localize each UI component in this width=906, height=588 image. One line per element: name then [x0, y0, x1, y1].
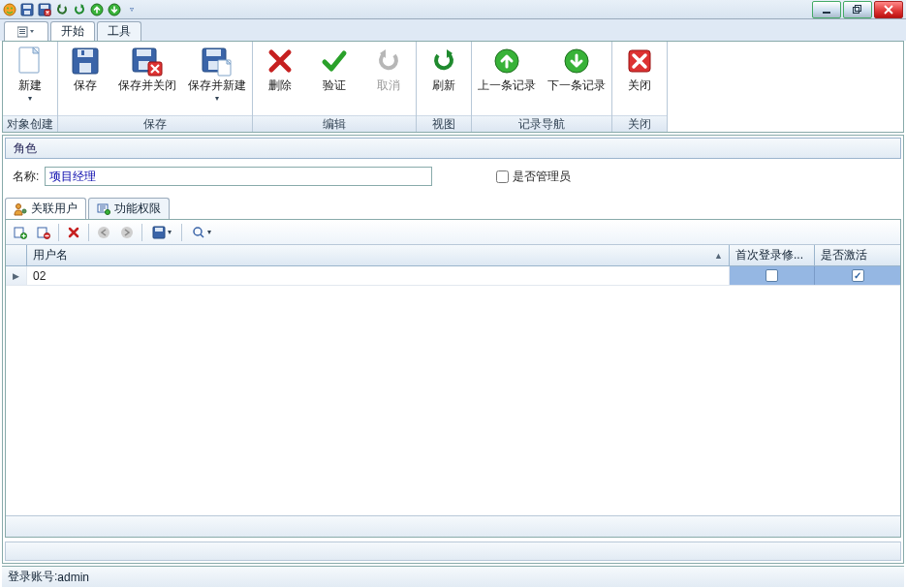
- file-menu-button[interactable]: [4, 21, 48, 41]
- arrow-up-circle-icon: [491, 46, 522, 77]
- ribbon-group-view: 刷新 视图: [417, 42, 472, 132]
- inner-tab-perms[interactable]: 功能权限: [88, 198, 170, 219]
- tab-start[interactable]: 开始: [50, 21, 95, 41]
- svg-rect-11: [823, 12, 830, 14]
- qat-redo-icon[interactable]: [72, 2, 87, 17]
- key-icon: [97, 202, 110, 216]
- svg-rect-25: [139, 61, 149, 70]
- svg-rect-29: [208, 61, 219, 70]
- qat-dropdown-icon[interactable]: ▿: [124, 2, 140, 17]
- section-header-role: 角色: [5, 138, 901, 159]
- cell-user[interactable]: 02: [27, 266, 730, 285]
- grid-toolbar: ▾ ▾: [6, 220, 900, 245]
- ribbon-group-nav: 上一条记录 下一条记录 记录导航: [472, 42, 612, 132]
- group-save-label: 保存: [58, 115, 252, 132]
- inner-tab-perms-label: 功能权限: [114, 201, 161, 217]
- status-account-value: admin: [57, 571, 89, 584]
- qat-save-close-icon[interactable]: [37, 2, 52, 17]
- cell-active[interactable]: [815, 266, 900, 285]
- grid: 用户名▲ 首次登录修... 是否激活 ▶ 02: [6, 245, 900, 537]
- new-icon: [15, 46, 46, 77]
- content-area: 角色 名称: 是否管理员 关联用户 功能权限: [2, 135, 904, 564]
- undo-icon: [373, 46, 404, 77]
- minimize-button[interactable]: [812, 1, 841, 18]
- qat-save-icon[interactable]: [19, 2, 35, 17]
- validate-button-label: 验证: [323, 78, 346, 92]
- check-icon: [319, 46, 350, 77]
- grid-search-button[interactable]: ▾: [186, 223, 217, 242]
- svg-rect-24: [137, 49, 151, 56]
- close-icon: [624, 46, 655, 77]
- delete-button[interactable]: 删除: [253, 42, 307, 115]
- save-close-button[interactable]: 保存并关闭: [112, 42, 182, 115]
- form-row-name: 名称: 是否管理员: [5, 161, 901, 192]
- grid-last-button[interactable]: [116, 223, 138, 242]
- section-title: 角色: [14, 140, 37, 157]
- ribbon: 新建 对象创建 保存 保存并关闭 保存并新建 保存: [2, 41, 904, 133]
- delete-button-label: 删除: [268, 78, 292, 92]
- maximize-button[interactable]: [843, 1, 872, 18]
- save-new-button[interactable]: 保存并新建: [182, 42, 252, 115]
- quick-access-toolbar: ▿: [2, 2, 140, 17]
- grid-footer: [6, 515, 900, 537]
- grid-panel: ▾ ▾ 用户名▲ 首次登录修... 是否激活 ▶ 02: [5, 219, 901, 538]
- ribbon-group-create: 新建 对象创建: [3, 42, 58, 132]
- delete-icon: [265, 46, 296, 77]
- app-icon: [2, 2, 17, 17]
- svg-rect-45: [155, 228, 163, 232]
- grid-header: 用户名▲ 首次登录修... 是否激活: [6, 245, 900, 266]
- grid-export-button[interactable]: ▾: [146, 223, 177, 242]
- grid-add-button[interactable]: [10, 223, 31, 242]
- is-admin-checkbox[interactable]: [496, 170, 509, 183]
- grid-header-active[interactable]: 是否激活: [815, 245, 900, 265]
- new-button[interactable]: 新建: [3, 42, 57, 115]
- inner-tabs: 关联用户 功能权限: [5, 198, 901, 219]
- name-input[interactable]: [45, 167, 432, 186]
- svg-point-42: [98, 227, 109, 238]
- grid-body[interactable]: ▶ 02: [6, 266, 900, 515]
- close-button[interactable]: 关闭: [612, 42, 667, 115]
- active-checkbox[interactable]: [852, 269, 864, 282]
- group-close-label: 关闭: [612, 115, 667, 132]
- grid-remove-button[interactable]: [33, 223, 54, 242]
- svg-point-2: [11, 7, 13, 9]
- save-button[interactable]: 保存: [58, 42, 112, 115]
- name-label: 名称:: [13, 169, 39, 185]
- svg-rect-5: [24, 11, 30, 15]
- tab-tools[interactable]: 工具: [97, 21, 141, 41]
- grid-row[interactable]: ▶ 02: [6, 266, 900, 286]
- refresh-icon: [428, 46, 459, 77]
- svg-point-1: [7, 7, 9, 9]
- ribbon-group-save: 保存 保存并关闭 保存并新建 保存: [58, 42, 253, 132]
- qat-prev-icon[interactable]: [89, 2, 105, 17]
- prev-record-label: 上一条记录: [478, 78, 536, 92]
- cancel-button[interactable]: 取消: [361, 42, 416, 115]
- qat-next-icon[interactable]: [107, 2, 122, 17]
- inner-tab-users[interactable]: 关联用户: [5, 198, 86, 219]
- refresh-button[interactable]: 刷新: [417, 42, 471, 115]
- row-indicator-icon: ▶: [6, 266, 27, 285]
- svg-point-43: [121, 227, 133, 238]
- prev-record-button[interactable]: 上一条记录: [472, 42, 542, 115]
- group-nav-label: 记录导航: [472, 115, 611, 132]
- window-close-button[interactable]: [874, 1, 903, 18]
- firstlogin-checkbox[interactable]: [765, 269, 778, 282]
- grid-header-handle[interactable]: [6, 245, 27, 265]
- status-account-label: 登录账号:: [8, 569, 57, 585]
- grid-delete-button[interactable]: [63, 223, 84, 242]
- next-record-label: 下一条记录: [547, 78, 606, 92]
- cell-firstlogin[interactable]: [730, 266, 815, 285]
- window-buttons: [812, 1, 904, 18]
- qat-undo-icon[interactable]: [54, 2, 70, 17]
- svg-point-37: [106, 209, 110, 214]
- next-record-button[interactable]: 下一条记录: [542, 42, 611, 115]
- svg-rect-28: [206, 49, 221, 56]
- svg-point-0: [4, 4, 16, 15]
- close-button-label: 关闭: [628, 78, 651, 92]
- validate-button[interactable]: 验证: [307, 42, 361, 115]
- grid-first-button[interactable]: [93, 223, 114, 242]
- svg-rect-7: [41, 5, 48, 9]
- statusbar: 登录账号: admin: [2, 566, 904, 587]
- grid-header-user[interactable]: 用户名▲: [27, 245, 730, 265]
- grid-header-firstlogin[interactable]: 首次登录修...: [730, 245, 815, 265]
